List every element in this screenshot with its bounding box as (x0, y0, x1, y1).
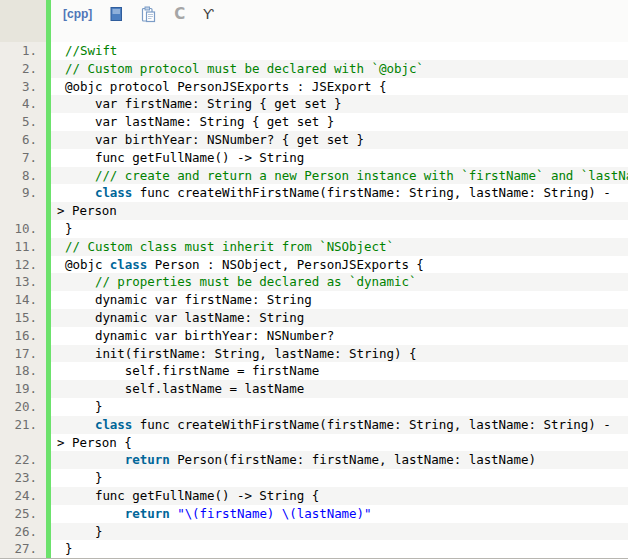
line-number (0, 202, 46, 220)
line-number: 22. (0, 451, 46, 469)
code-text: dynamic var firstName: String (51, 291, 628, 309)
line-number: 23. (0, 469, 46, 487)
code-text: var firstName: String { get set } (51, 95, 628, 113)
view-source-icon[interactable] (110, 6, 123, 23)
code-line: 9. class func createWithFirstName(firstN… (0, 184, 628, 202)
print-icon[interactable]: C (174, 6, 185, 23)
code-text: } (51, 540, 628, 558)
code-text: dynamic var lastName: String (51, 309, 628, 327)
line-number: 20. (0, 398, 46, 416)
line-number: 8. (0, 167, 46, 185)
toolbar: [cpp] C Ƴ (0, 0, 628, 42)
line-number (0, 434, 46, 452)
code-line: 7. func getFullName() -> String (0, 149, 628, 167)
toolbar-gutter-corner (0, 0, 46, 42)
copy-icon[interactable] (141, 6, 156, 23)
line-number: 13. (0, 273, 46, 291)
code-line: 22. return Person(firstName: firstName, … (0, 451, 628, 469)
code-line: 12.@objc class Person : NSObject, Person… (0, 256, 628, 274)
code-text: // properties must be declared as `dynam… (51, 273, 628, 291)
line-number: 10. (0, 220, 46, 238)
line-number: 6. (0, 131, 46, 149)
code-line: 4. var firstName: String { get set } (0, 95, 628, 113)
line-number: 25. (0, 505, 46, 523)
code-text: } (51, 469, 628, 487)
code-line: 18. self.firstName = firstName (0, 362, 628, 380)
code-line: 20. } (0, 398, 628, 416)
line-number: 5. (0, 113, 46, 131)
code-line: 1.//Swift (0, 42, 628, 60)
code-text: > Person { (51, 434, 628, 452)
help-icon[interactable]: Ƴ (203, 6, 213, 23)
code-text: } (51, 398, 628, 416)
code-text: // Custom class must inherit from `NSObj… (51, 238, 628, 256)
code-line: 17. init(firstName: String, lastName: St… (0, 345, 628, 363)
line-number: 26. (0, 523, 46, 541)
code-line: 21. class func createWithFirstName(first… (0, 416, 628, 434)
code-text: } (51, 523, 628, 541)
code-line: 16. dynamic var birthYear: NSNumber? (0, 327, 628, 345)
code-text: self.lastName = lastName (51, 380, 628, 398)
line-number: 18. (0, 362, 46, 380)
line-number: 12. (0, 256, 46, 274)
line-number: 17. (0, 345, 46, 363)
code-line: 26. } (0, 523, 628, 541)
code-line: 8. /// create and return a new Person in… (0, 167, 628, 185)
code-line: 27.} (0, 540, 628, 558)
code-text: class func createWithFirstName(firstName… (51, 416, 628, 434)
code-text: return Person(firstName: firstName, last… (51, 451, 628, 469)
line-number: 4. (0, 95, 46, 113)
code-line: 5. var lastName: String { get set } (0, 113, 628, 131)
code-line: 15. dynamic var lastName: String (0, 309, 628, 327)
code-line: 3.@objc protocol PersonJSExports : JSExp… (0, 78, 628, 96)
code-text: init(firstName: String, lastName: String… (51, 345, 628, 363)
code-text: > Person (51, 202, 628, 220)
code-line-continuation: > Person { (0, 434, 628, 452)
code-line: 25. return "\(firstName) \(lastName)" (0, 505, 628, 523)
code-text: return "\(firstName) \(lastName)" (51, 505, 628, 523)
toolbar-content: [cpp] C Ƴ (51, 0, 628, 42)
line-number: 24. (0, 487, 46, 505)
code-text: var birthYear: NSNumber? { get set } (51, 131, 628, 149)
line-number: 15. (0, 309, 46, 327)
code-line: 24. func getFullName() -> String { (0, 487, 628, 505)
line-number: 2. (0, 60, 46, 78)
line-number: 21. (0, 416, 46, 434)
line-number: 27. (0, 540, 46, 558)
code-text: self.firstName = firstName (51, 362, 628, 380)
code-line: 23. } (0, 469, 628, 487)
language-brush-label: [cpp] (63, 7, 92, 21)
line-number: 11. (0, 238, 46, 256)
code-lines: 1.//Swift2.// Custom protocol must be de… (0, 42, 628, 558)
code-line-continuation: > Person (0, 202, 628, 220)
code-line: 2.// Custom protocol must be declared wi… (0, 60, 628, 78)
line-number: 9. (0, 184, 46, 202)
code-line: 10.} (0, 220, 628, 238)
code-text: @objc class Person : NSObject, PersonJSE… (51, 256, 628, 274)
line-number: 3. (0, 78, 46, 96)
code-line: 6. var birthYear: NSNumber? { get set } (0, 131, 628, 149)
code-text: var lastName: String { get set } (51, 113, 628, 131)
line-number: 14. (0, 291, 46, 309)
line-number: 19. (0, 380, 46, 398)
code-text: /// create and return a new Person insta… (51, 167, 628, 185)
code-text: func getFullName() -> String { (51, 487, 628, 505)
line-number: 7. (0, 149, 46, 167)
code-text: func getFullName() -> String (51, 149, 628, 167)
code-text: class func createWithFirstName(firstName… (51, 184, 628, 202)
code-text: //Swift (51, 42, 628, 60)
code-line: 14. dynamic var firstName: String (0, 291, 628, 309)
code-text: } (51, 220, 628, 238)
syntax-highlighter-widget: [cpp] C Ƴ 1.//Swift2.// Custom protocol … (0, 0, 628, 559)
code-text: dynamic var birthYear: NSNumber? (51, 327, 628, 345)
code-line: 19. self.lastName = lastName (0, 380, 628, 398)
code-text: @objc protocol PersonJSExports : JSExpor… (51, 78, 628, 96)
line-number: 16. (0, 327, 46, 345)
code-text: // Custom protocol must be declared with… (51, 60, 628, 78)
code-line: 11.// Custom class must inherit from `NS… (0, 238, 628, 256)
line-number: 1. (0, 42, 46, 60)
code-line: 13. // properties must be declared as `d… (0, 273, 628, 291)
